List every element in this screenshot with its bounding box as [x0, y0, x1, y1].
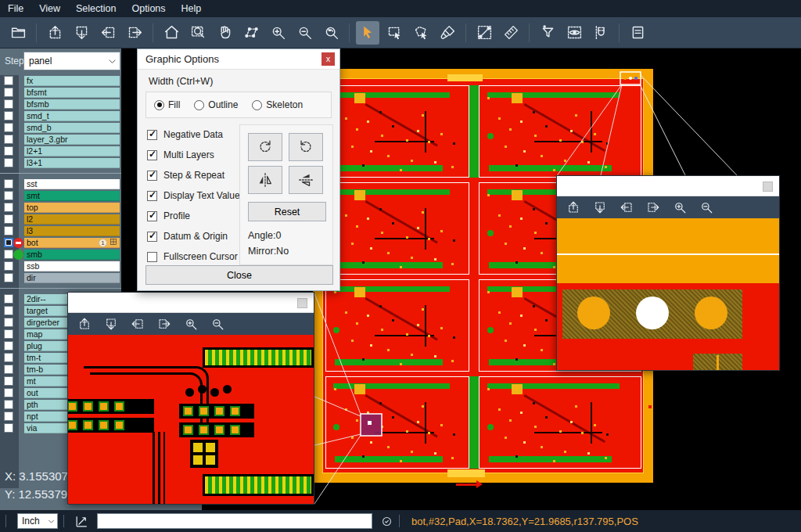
tool-ruler[interactable]: [499, 21, 523, 45]
magnifier-window-right[interactable]: [556, 175, 780, 371]
magnifier-window-left[interactable]: [67, 292, 314, 505]
mag-tool-pan-left[interactable]: [129, 315, 146, 332]
layer-checkbox[interactable]: [4, 329, 13, 339]
rotate-ccw-button[interactable]: [289, 133, 323, 161]
flip-v-button[interactable]: [289, 166, 323, 194]
tool-clean-brush[interactable]: [436, 21, 459, 45]
layer-checkbox[interactable]: [4, 376, 13, 386]
magnifier-titlebar[interactable]: [557, 176, 779, 196]
tool-select-rect[interactable]: [383, 21, 406, 45]
layer-name-bar[interactable]: ssb: [24, 261, 120, 271]
tool-measure-distance[interactable]: [472, 21, 496, 45]
checkbox-row[interactable]: Negative Data: [147, 124, 240, 145]
close-button[interactable]: Close: [145, 265, 333, 285]
mag-tool-pan-right[interactable]: [156, 315, 173, 332]
layer-checkbox[interactable]: [4, 226, 13, 235]
tool-filter[interactable]: [536, 21, 559, 45]
tool-pan-hand[interactable]: [213, 21, 236, 45]
layer-name-bar[interactable]: l3: [24, 226, 120, 236]
layer-checkbox[interactable]: [4, 353, 13, 362]
radio-fill[interactable]: Fill: [154, 99, 180, 110]
tool-open-folder[interactable]: [6, 21, 30, 45]
tool-zoom-in[interactable]: [266, 21, 289, 45]
window-button-icon[interactable]: [763, 182, 773, 192]
menu-file[interactable]: File: [8, 3, 23, 14]
board-cell[interactable]: [325, 279, 469, 372]
board-cell[interactable]: [479, 376, 641, 469]
layer-checkbox[interactable]: [4, 99, 13, 109]
layer-checkbox[interactable]: [4, 261, 13, 271]
layer-name-bar[interactable]: dir: [24, 273, 120, 283]
layer-name-bar[interactable]: l2: [24, 214, 120, 225]
layer-checkbox[interactable]: [4, 306, 13, 315]
layer-name-bar[interactable]: l2+1: [24, 146, 120, 156]
tool-pan-down[interactable]: [70, 21, 93, 45]
checkbox-row[interactable]: Fullscreen Cursor: [147, 246, 240, 267]
unit-select[interactable]: Inch: [17, 513, 58, 529]
reset-button[interactable]: Reset: [248, 202, 326, 221]
close-icon[interactable]: x: [321, 52, 335, 66]
layer-name-bar[interactable]: smd_b: [24, 123, 120, 133]
tool-select-cursor[interactable]: [356, 21, 379, 45]
layer-checkbox[interactable]: [4, 123, 13, 132]
board-cell[interactable]: [479, 85, 641, 178]
layer-name-bar[interactable]: bfsmt: [24, 88, 120, 98]
layer-checkbox[interactable]: [4, 365, 13, 374]
layer-checkbox[interactable]: [4, 318, 13, 327]
menu-view[interactable]: View: [39, 3, 60, 14]
layer-name-bar[interactable]: bfsmb: [24, 99, 120, 110]
radio-skeleton[interactable]: Skeleton: [252, 99, 303, 110]
checkbox[interactable]: [147, 211, 157, 221]
board-cell[interactable]: [325, 182, 469, 275]
layer-name-bar[interactable]: l3+1: [24, 158, 120, 168]
radio-outline[interactable]: Outline: [194, 99, 238, 110]
menu-selection[interactable]: Selection: [76, 3, 116, 14]
checkbox-row[interactable]: Profile: [147, 206, 240, 226]
layer-name-bar[interactable]: layer_3.gbr: [24, 135, 120, 145]
mag-tool-pan-up[interactable]: [76, 315, 93, 332]
layer-name-bar[interactable]: smd_t: [24, 111, 120, 121]
layer-checkbox[interactable]: [4, 179, 13, 189]
board-cell[interactable]: [325, 376, 469, 469]
tool-object-visibility[interactable]: [562, 21, 586, 45]
magnifier-titlebar[interactable]: [68, 293, 314, 313]
layer-checkbox[interactable]: [4, 214, 13, 224]
layer-checkbox[interactable]: [4, 191, 13, 200]
dialog-titlebar[interactable]: Graphic Options x: [138, 49, 339, 70]
tool-pan-right[interactable]: [123, 21, 146, 45]
checkbox-row[interactable]: Datum & Origin: [147, 226, 240, 246]
angle-corner-icon[interactable]: [74, 514, 89, 529]
layer-checkbox[interactable]: [4, 88, 13, 97]
layer-checkbox[interactable]: [4, 388, 13, 397]
checkbox-row[interactable]: Display Text Value: [147, 185, 240, 206]
mag-tool-pan-left[interactable]: [618, 199, 635, 216]
checkbox[interactable]: [147, 150, 157, 160]
command-input[interactable]: [97, 513, 372, 529]
mag-tool-pan-down[interactable]: [102, 315, 120, 332]
layer-checkbox[interactable]: [4, 294, 13, 304]
checkbox[interactable]: [147, 252, 157, 262]
checkbox-row[interactable]: Step & Repeat: [147, 165, 240, 185]
mag-tool-zoom-out[interactable]: [698, 199, 715, 216]
layer-grid-toggle[interactable]: [110, 238, 117, 247]
layer-checkbox[interactable]: [4, 400, 13, 409]
layer-checkbox[interactable]: [4, 111, 13, 120]
checkbox[interactable]: [147, 171, 157, 181]
layer-checkbox[interactable]: [4, 203, 13, 212]
layer-checkbox[interactable]: [4, 76, 13, 85]
layer-name-bar[interactable]: bot1: [24, 238, 120, 248]
tool-zoom-window[interactable]: [186, 21, 210, 45]
layer-checkbox[interactable]: [4, 250, 13, 259]
layer-name-bar[interactable]: top: [24, 203, 120, 213]
checkbox[interactable]: [147, 191, 157, 201]
mag-tool-zoom-out[interactable]: [209, 315, 226, 332]
tool-pan-up[interactable]: [43, 21, 66, 45]
tool-pan-left[interactable]: [96, 21, 120, 45]
layer-checkbox[interactable]: [4, 238, 13, 247]
layer-name-bar[interactable]: smt: [24, 191, 120, 201]
layer-name-bar[interactable]: sst: [24, 179, 120, 189]
layer-checkbox[interactable]: [4, 158, 13, 167]
layer-name-bar[interactable]: smb: [24, 250, 120, 260]
rotate-cw-button[interactable]: [248, 133, 282, 161]
checkbox[interactable]: [147, 232, 157, 242]
